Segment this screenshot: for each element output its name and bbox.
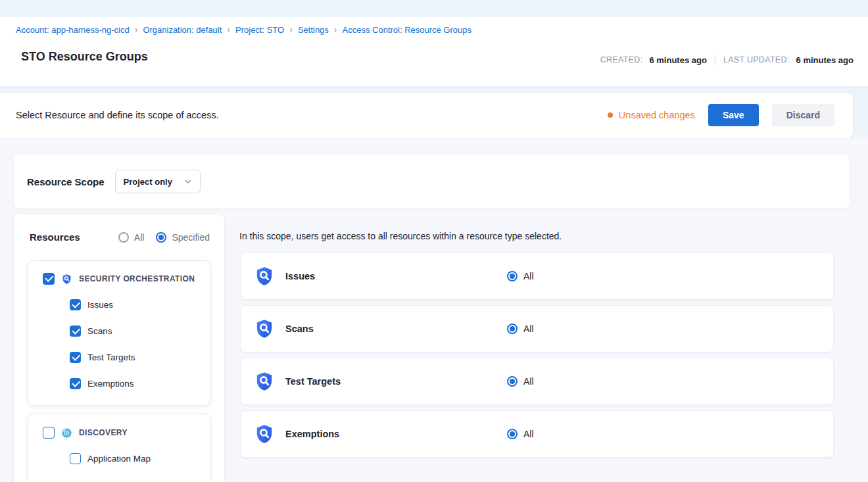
resources-panel-title: Resources: [30, 231, 80, 243]
breadcrumb-item-account[interactable]: Account: app-harness-ng-cicd: [16, 25, 130, 35]
shield-search-icon: [254, 318, 275, 339]
resource-card-exemptions: Exemptions All: [240, 410, 834, 458]
checkbox-test-targets[interactable]: [70, 352, 81, 363]
breadcrumb-separator-icon: ›: [334, 25, 337, 34]
unsaved-changes-indicator: Unsaved changes: [608, 110, 695, 120]
resource-group-security-orchestration: SECURITY ORCHESTRATION Issues Scans Test…: [28, 260, 210, 406]
resource-card-label: Test Targets: [285, 376, 341, 387]
checkbox-exemptions[interactable]: [70, 378, 81, 389]
radio-icon[interactable]: [507, 376, 518, 387]
breadcrumb: Account: app-harness-ng-cicd › Organizat…: [16, 25, 471, 35]
child-label: Exemptions: [87, 379, 134, 389]
chevron-down-icon: [184, 178, 192, 185]
tree-row-scans: Scans: [70, 325, 112, 337]
tree-row-exemptions: Exemptions: [70, 378, 134, 389]
access-radio-all[interactable]: All: [507, 324, 534, 334]
access-radio-all[interactable]: All: [507, 376, 534, 387]
access-label: All: [523, 429, 534, 439]
resource-card-label: Scans: [285, 324, 314, 334]
resource-card-issues: Issues All: [240, 253, 834, 300]
resources-mode-radio-group: All Specified: [118, 232, 210, 243]
page-title: STO Resource Groups: [21, 50, 148, 64]
breadcrumb-separator-icon: ›: [135, 25, 138, 34]
group-label: DISCOVERY: [79, 428, 128, 437]
resources-panel: Resources All Specified SECURITY ORCHEST…: [14, 214, 224, 482]
unsaved-dot-icon: [608, 112, 613, 118]
resource-card-label: Exemptions: [285, 429, 339, 439]
access-radio-all[interactable]: All: [507, 271, 534, 281]
save-button[interactable]: Save: [708, 104, 759, 126]
radio-option-all[interactable]: All: [118, 232, 145, 243]
access-label: All: [523, 271, 534, 281]
breadcrumb-item-organization[interactable]: Organization: default: [143, 25, 222, 35]
tree-row-discovery: DISCOVERY: [43, 427, 128, 439]
last-updated-label: LAST UPDATED:: [723, 55, 790, 64]
shield-search-icon: [254, 423, 275, 445]
access-radio-all[interactable]: All: [507, 429, 534, 439]
scope-description: In this scope, users get access to all r…: [239, 231, 562, 241]
tree-row-issues: Issues: [70, 299, 113, 310]
radio-option-all-label: All: [134, 232, 145, 243]
breadcrumb-item-project[interactable]: Project: STO: [235, 25, 284, 35]
breadcrumb-item-access-control[interactable]: Access Control: Resource Groups: [343, 25, 472, 35]
resource-card-label: Issues: [285, 271, 315, 281]
toolbar: Select Resource and define its scope of …: [0, 93, 853, 137]
unsaved-changes-label: Unsaved changes: [619, 110, 695, 120]
shield-search-icon: [254, 371, 275, 392]
child-label: Application Map: [87, 454, 151, 464]
child-label: Issues: [87, 300, 113, 310]
tree-row-security-orchestration: SECURITY ORCHESTRATION: [43, 273, 195, 285]
radio-icon[interactable]: [507, 429, 518, 439]
resource-group-discovery: DISCOVERY Application Map: [28, 414, 210, 482]
created-label: CREATED:: [600, 55, 643, 64]
breadcrumb-separator-icon: ›: [227, 25, 230, 34]
access-label: All: [523, 376, 534, 387]
checkbox-application-map[interactable]: [70, 453, 81, 464]
discovery-icon: [61, 427, 72, 439]
radio-icon[interactable]: [507, 271, 518, 281]
radio-icon[interactable]: [118, 232, 129, 243]
divider: [715, 55, 715, 65]
group-label: SECURITY ORCHESTRATION: [79, 274, 195, 283]
resource-scope-selected-value: Project only: [124, 177, 172, 187]
discard-button[interactable]: Discard: [772, 104, 834, 126]
radio-icon[interactable]: [507, 324, 518, 334]
access-label: All: [523, 324, 534, 334]
tree-row-application-map: Application Map: [70, 453, 151, 464]
resource-scope-select[interactable]: Project only: [115, 170, 201, 193]
resource-card-scans: Scans All: [240, 305, 834, 352]
checkbox-discovery[interactable]: [43, 427, 55, 439]
last-updated-value: 6 minutes ago: [796, 55, 854, 65]
breadcrumb-separator-icon: ›: [289, 25, 293, 34]
created-value: 6 minutes ago: [649, 55, 706, 65]
timestamps: CREATED: 6 minutes ago LAST UPDATED: 6 m…: [600, 55, 854, 65]
shield-search-icon: [61, 274, 72, 285]
toolbar-description: Select Resource and define its scope of …: [16, 110, 219, 120]
child-label: Test Targets: [87, 352, 135, 362]
resource-scope-card: Resource Scope Project only: [14, 155, 850, 208]
resource-scope-label: Resource Scope: [27, 176, 105, 187]
checkbox-security-orchestration[interactable]: [43, 273, 55, 285]
tree-row-test-targets: Test Targets: [70, 352, 135, 363]
shield-search-icon: [254, 266, 275, 287]
breadcrumb-item-settings[interactable]: Settings: [298, 25, 329, 35]
child-label: Scans: [87, 326, 112, 336]
radio-option-specified[interactable]: Specified: [156, 232, 210, 243]
resource-card-test-targets: Test Targets All: [240, 358, 834, 405]
checkbox-issues[interactable]: [70, 299, 81, 310]
radio-icon[interactable]: [156, 232, 166, 243]
checkbox-scans[interactable]: [70, 325, 81, 337]
page-header: Account: app-harness-ng-cicd › Organizat…: [0, 17, 868, 86]
radio-option-specified-label: Specified: [172, 232, 210, 243]
